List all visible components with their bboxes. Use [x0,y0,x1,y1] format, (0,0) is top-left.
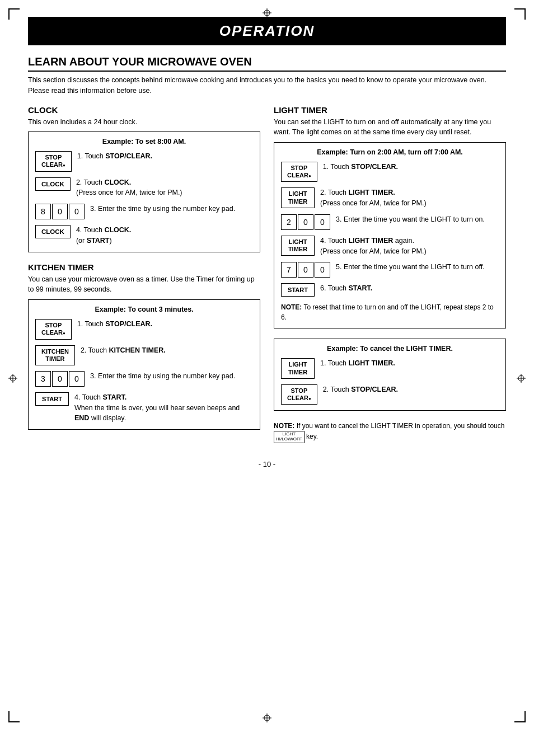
kitchen-timer-step-3: 3 0 0 3. Enter the time by using the num… [35,371,253,387]
lt-num1-2: 0 [298,214,313,230]
stop-clear-line1: STOP [45,154,62,161]
light-timer-step-5-text: 5. Enter the time you want the LIGHT to … [336,262,499,273]
clock-step-4: CLOCK 4. Touch CLOCK.(or START) [35,225,253,246]
kt-num-1: 3 [35,371,51,387]
light-timer-example2-title: Example: To cancel the LIGHT TIMER. [281,345,499,353]
light-timer-note2: NOTE: If you want to cancel the LIGHT TI… [274,421,506,443]
light-timer-step-3: 2 0 0 3. Enter the time you want the LIG… [281,214,499,230]
kitchen-timer-title: KITCHEN TIMER [28,262,260,272]
clock-step-1: STOP CLEAR● 1. Touch STOP/CLEAR. [35,151,253,171]
clock-num-2: 0 [52,204,68,219]
clock-num-1: 8 [35,204,51,219]
clock-step-4-text: 4. Touch CLOCK.(or START) [76,225,253,246]
kt-btn-line1: KITCHEN [41,348,69,355]
clock-title: CLOCK [28,105,260,115]
clock-section: CLOCK This oven includes a 24 hour clock… [28,105,260,252]
light-timer-step-1: STOP CLEAR● 1. Touch STOP/CLEAR. [281,162,499,182]
ltc-stop-line1: STOP [291,387,307,395]
light-timer-section: LIGHT TIMER You can set the LIGHT to tur… [274,105,506,443]
lt-num2-3: 0 [315,262,330,278]
kitchen-timer-step-2-text: 2. Touch KITCHEN TIMER. [81,345,253,356]
page-number: - 10 - [28,460,506,468]
clock-button-step4[interactable]: CLOCK [35,225,71,238]
light-timer-number-display-1: 2 0 0 [281,214,330,230]
start-button-lt[interactable]: START [281,283,315,297]
corner-mark-tl [8,8,20,20]
kitchen-timer-step-4-text: 4. Touch START.When the time is over, yo… [74,392,253,424]
page-title: OPERATION [219,22,315,39]
kt-btn-line2: TIMER [45,355,64,363]
ltc-btn-line1: LIGHT [289,361,307,368]
clock-intro: This oven includes a 24 hour clock. [28,117,260,128]
stop-clear-button-clock-1[interactable]: STOP CLEAR● [35,151,72,171]
kitchen-timer-step-4: START 4. Touch START.When the time is ov… [35,392,253,424]
light-timer-step-6-text: 6. Touch START. [320,283,499,294]
corner-mark-tr [514,8,526,20]
lt-btn2-line2: TIMER [288,246,307,253]
clock-number-display: 8 0 0 [35,204,85,219]
kt-stop-line1: STOP [45,322,62,329]
lt-stop-line1: STOP [291,165,307,172]
left-column: CLOCK This oven includes a 24 hour clock… [28,105,260,440]
clock-button-step2[interactable]: CLOCK [35,177,71,191]
light-timer-step-1-text: 1. Touch STOP/CLEAR. [323,162,499,172]
light-timer-button-step2[interactable]: LIGHT TIMER [281,187,315,208]
light-timer-example1-title: Example: Turn on 2:00 AM, turn off 7:00 … [281,148,499,156]
cross-bottom [263,713,271,722]
right-column: LIGHT TIMER You can set the LIGHT to tur… [274,105,506,443]
light-hi-low-off-key: LIGHT HI/LOW/OFF [274,431,305,443]
stop-clear-button-kt-1[interactable]: STOP CLEAR● [35,319,72,339]
stop-clear-button-lt-1[interactable]: STOP CLEAR● [281,162,317,182]
clock-step-2: CLOCK 2. Touch CLOCK.(Press once for AM,… [35,177,253,199]
light-timer-step-2: LIGHT TIMER 2. Touch LIGHT TIMER.(Press … [281,187,499,209]
light-timer-intro: You can set the LIGHT to turn on and off… [274,117,506,138]
corner-mark-bl [8,711,20,722]
lt-btn-line1: LIGHT [289,190,307,198]
light-timer-step-5: 7 0 0 5. Enter the time you want the LIG… [281,262,499,278]
kitchen-timer-step-1: STOP CLEAR● 1. Touch STOP/CLEAR. [35,319,253,339]
light-timer-cancel-step-2-text: 2. Touch STOP/CLEAR. [323,384,499,395]
kitchen-timer-step-3-text: 3. Enter the time by using the number ke… [90,371,253,382]
light-timer-step-2-text: 2. Touch LIGHT TIMER.(Press once for AM,… [320,187,499,209]
kitchen-timer-section: KITCHEN TIMER You can use your microwave… [28,262,260,430]
light-timer-number-display-2: 7 0 0 [281,262,330,278]
lt-btn2-line1: LIGHT [289,238,307,246]
kitchen-timer-intro: You can use your microwave oven as a tim… [28,274,260,295]
kitchen-timer-number-display: 3 0 0 [35,371,85,387]
clock-step-2-text: 2. Touch CLOCK.(Press once for AM, twice… [76,177,253,199]
stop-clear-line2: CLEAR● [41,161,65,168]
cross-left [8,374,17,383]
cross-right [517,374,526,383]
light-timer-step-6: START 6. Touch START. [281,283,499,297]
two-column-layout: CLOCK This oven includes a 24 hour clock… [28,105,506,443]
ltc-btn-line2: TIMER [288,369,307,376]
lt-num1-3: 0 [315,214,330,230]
kitchen-timer-instruction-box: Example: To count 3 minutes. STOP CLEAR●… [28,299,260,430]
clock-instruction-box: Example: To set 8:00 AM. STOP CLEAR● 1. … [28,132,260,252]
clock-step-1-text: 1. Touch STOP/CLEAR. [77,151,253,162]
kitchen-timer-step-2: KITCHEN TIMER 2. Touch KITCHEN TIMER. [35,345,253,365]
lt-num2-2: 0 [298,262,313,278]
kt-stop-line2: CLEAR● [41,329,65,336]
stop-clear-button-lt-2[interactable]: STOP CLEAR● [281,384,317,405]
kitchen-timer-button[interactable]: KITCHEN TIMER [35,345,75,365]
kitchen-timer-step-1-text: 1. Touch STOP/CLEAR. [77,319,253,330]
clock-num-3: 0 [69,204,85,219]
start-button-kt[interactable]: START [35,392,69,406]
page-header: OPERATION [28,17,506,45]
clock-step-3: 8 0 0 3. Enter the time by using the num… [35,204,253,219]
kt-num-3: 0 [69,371,85,387]
light-timer-cancel-step-1: LIGHT TIMER 1. Touch LIGHT TIMER. [281,358,499,378]
light-timer-step-4-text: 4. Touch LIGHT TIMER again.(Press once f… [320,236,499,257]
clock-example-title: Example: To set 8:00 AM. [35,138,253,145]
light-timer-cancel-step-2: STOP CLEAR● 2. Touch STOP/CLEAR. [281,384,499,405]
light-timer-button-step4[interactable]: LIGHT TIMER [281,236,315,256]
cross-top [263,8,271,17]
clock-step-3-text: 3. Enter the time by using the number ke… [90,204,253,214]
light-timer-button-cancel1[interactable]: LIGHT TIMER [281,358,315,378]
inline-key-line2: HI/LOW/OFF [276,437,302,442]
lt-num2-1: 7 [281,262,297,278]
light-timer-example1-box: Example: Turn on 2:00 AM, turn off 7:00 … [274,142,506,328]
kt-num-2: 0 [52,371,68,387]
ltc-stop-line2: CLEAR● [287,395,311,402]
